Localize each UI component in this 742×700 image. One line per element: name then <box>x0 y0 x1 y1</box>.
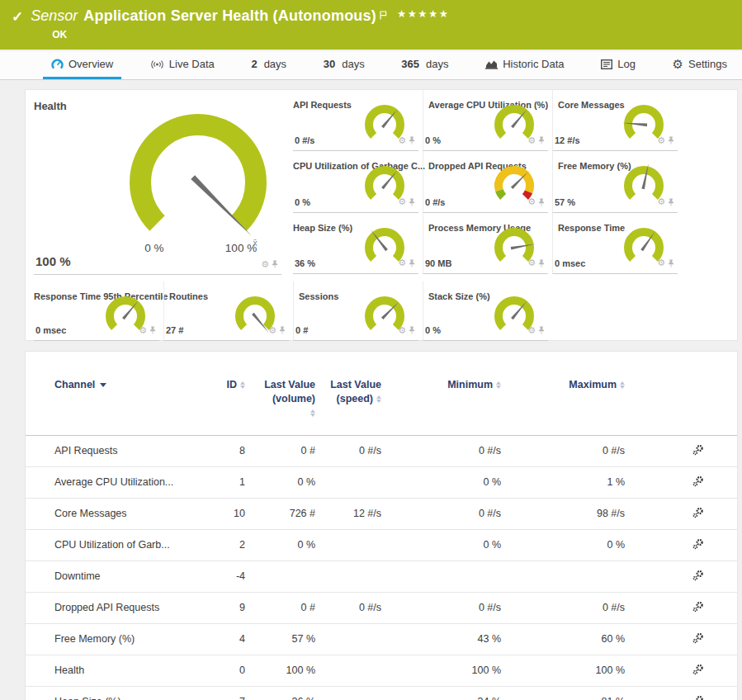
column-header-minimum[interactable]: Minimum <box>385 376 504 435</box>
priority-stars[interactable]: ★★★★★ <box>397 7 450 20</box>
tile-pin-icon[interactable] <box>409 133 415 148</box>
channel-settings-icon[interactable] <box>692 538 704 552</box>
gauge-tile[interactable]: Free Memory (%)57 %⚙ <box>552 151 678 212</box>
tile-gear-icon[interactable]: ⚙ <box>527 258 536 267</box>
channel-name-cell: CPU Utilization of Garb... <box>26 529 191 560</box>
table-row[interactable]: CPU Utilization of Garb...20 %0 %0 % <box>26 529 737 560</box>
column-header-last_speed[interactable]: Last Value(speed) <box>319 376 385 435</box>
tile-pin-icon[interactable] <box>409 195 415 210</box>
gauge-tile-value: 0 % <box>295 197 310 207</box>
column-header-id[interactable]: ID <box>191 376 248 435</box>
gauge-tile[interactable]: Stack Size (%)0 %⚙ <box>423 281 548 341</box>
tile-pin-icon[interactable] <box>668 133 674 148</box>
tile-pin-icon[interactable] <box>538 323 545 338</box>
last-value-volume-cell: 0 % <box>248 529 319 560</box>
gauge-tile[interactable]: Average CPU Utilization (%)0 %⚙ <box>423 90 548 151</box>
tile-action-icons: ⚙ <box>261 257 278 272</box>
gauge-tile-value: 0 % <box>425 135 441 145</box>
tile-pin-icon[interactable] <box>409 256 415 271</box>
column-header-channel[interactable]: Channel <box>26 376 191 435</box>
tile-action-icons: ⚙ <box>268 323 286 338</box>
table-row[interactable]: Core Messages10726 #12 #/s0 #/s98 #/s <box>26 498 737 529</box>
gauge-tile[interactable]: Heap Size (%)36 %⚙ <box>293 213 418 274</box>
channel-name-cell: API Requests <box>26 435 191 466</box>
table-row[interactable]: Free Memory (%)457 %43 %60 % <box>26 623 737 655</box>
channel-settings-icon[interactable] <box>692 695 704 700</box>
priority-flag-icon[interactable] <box>380 8 387 23</box>
table-row[interactable]: Average CPU Utilization...10 %0 %1 % <box>26 466 737 498</box>
tile-action-icons: ⚙ <box>657 256 674 271</box>
tab-2-days[interactable]: 2days <box>243 51 295 79</box>
tab-365-days[interactable]: 365days <box>393 51 456 79</box>
gauge-tile[interactable]: Routines27 #⚙ <box>163 281 289 341</box>
gauge-tile[interactable]: Response Time 95th Percentile0 msec⚙ <box>34 281 159 341</box>
channel-settings-icon[interactable] <box>692 444 704 458</box>
maximum-cell <box>504 560 628 592</box>
channel-id-cell: 0 <box>191 655 248 686</box>
tile-pin-icon[interactable] <box>538 256 545 271</box>
tile-gear-icon[interactable]: ⚙ <box>657 136 665 145</box>
tile-gear-icon[interactable]: ⚙ <box>527 136 536 145</box>
tile-pin-icon[interactable] <box>149 323 156 338</box>
tile-gear-icon[interactable]: ⚙ <box>398 136 406 145</box>
tab-label: days <box>426 58 448 70</box>
tile-gear-icon[interactable]: ⚙ <box>261 260 269 269</box>
tile-pin-icon[interactable] <box>668 195 674 210</box>
channel-name-cell: Heap Size (%) <box>26 686 191 700</box>
tile-gear-icon[interactable]: ⚙ <box>398 326 406 335</box>
tab-bar: OverviewLive Data2days30days365daysHisto… <box>0 51 742 80</box>
tile-gear-icon[interactable]: ⚙ <box>139 326 147 335</box>
gauge-tile[interactable]: Dropped API Requests0 #/s⚙ <box>423 151 548 212</box>
table-row[interactable]: Downtime-4 <box>26 560 737 592</box>
tile-pin-icon[interactable] <box>279 323 286 338</box>
tab-overview[interactable]: Overview <box>43 51 121 79</box>
gauge-tile[interactable]: Core Messages12 #/s⚙ <box>552 90 678 151</box>
channel-name-cell: Average CPU Utilization... <box>26 466 191 498</box>
tile-gear-icon[interactable]: ⚙ <box>527 197 536 206</box>
tab-settings[interactable]: ⚙Settings <box>664 51 735 79</box>
tab-number: 30 <box>324 58 335 70</box>
channel-settings-icon[interactable] <box>692 601 704 615</box>
channel-settings-icon[interactable] <box>692 475 704 490</box>
column-header-last_volume[interactable]: Last Value(volume) <box>248 376 319 435</box>
tab-historic-data[interactable]: Historic Data <box>477 51 572 79</box>
tab-log[interactable]: Log <box>593 51 644 79</box>
tile-gear-icon[interactable]: ⚙ <box>657 258 665 267</box>
channel-settings-icon[interactable] <box>692 664 704 678</box>
gauge-tile[interactable]: Sessions0 #⚙ <box>293 281 418 341</box>
tile-gear-icon[interactable]: ⚙ <box>268 326 276 335</box>
last-value-speed-cell <box>319 686 385 700</box>
tile-gear-icon[interactable]: ⚙ <box>398 197 406 206</box>
table-row[interactable]: Health0100 %100 %100 % <box>26 655 737 686</box>
tab-live-data[interactable]: Live Data <box>142 51 223 79</box>
channel-settings-icon[interactable] <box>692 632 704 646</box>
sensor-header: ✓ Sensor Application Server Health (Auto… <box>0 0 742 50</box>
tile-pin-icon[interactable] <box>538 133 545 148</box>
gauge-tile[interactable]: API Requests0 #/s⚙ <box>293 90 418 151</box>
gauge-tile[interactable]: Process Memory Usage90 MB⚙ <box>423 213 548 274</box>
tab-30-days[interactable]: 30days <box>315 51 373 79</box>
channel-table: ChannelIDLast Value(volume)Last Value(sp… <box>26 376 737 700</box>
gauge-tile[interactable]: Response Time0 msec⚙ <box>552 213 678 274</box>
health-gauge-tile[interactable]: Health x̄0 %100 % 100 % ⚙ <box>34 90 281 275</box>
channel-id-cell: -4 <box>191 560 248 592</box>
table-row[interactable]: Dropped API Requests90 #0 #/s0 #/s0 #/s <box>26 592 737 623</box>
tile-pin-icon[interactable] <box>668 256 674 271</box>
tile-pin-icon[interactable] <box>409 323 415 338</box>
channel-settings-icon[interactable] <box>692 570 704 584</box>
tile-pin-icon[interactable] <box>538 195 545 210</box>
channel-settings-icon[interactable] <box>692 507 704 521</box>
tile-gear-icon[interactable]: ⚙ <box>527 326 536 335</box>
tab-label: Overview <box>69 58 113 70</box>
table-row[interactable]: Heap Size (%)736 %34 %81 % <box>26 686 737 700</box>
gauge-tile[interactable]: CPU Utilization of Garbage C...0 %⚙ <box>293 151 418 212</box>
column-header-maximum[interactable]: Maximum <box>504 376 628 435</box>
tile-gear-icon[interactable]: ⚙ <box>657 197 665 206</box>
tile-gear-icon[interactable]: ⚙ <box>398 258 406 267</box>
tile-pin-icon[interactable] <box>272 257 278 272</box>
tile-action-icons: ⚙ <box>657 195 674 210</box>
minimum-cell: 0 % <box>385 529 504 560</box>
channel-id-cell: 10 <box>191 498 248 529</box>
sensor-status-badge: OK <box>52 29 449 40</box>
table-row[interactable]: API Requests80 #0 #/s0 #/s0 #/s <box>26 435 737 466</box>
